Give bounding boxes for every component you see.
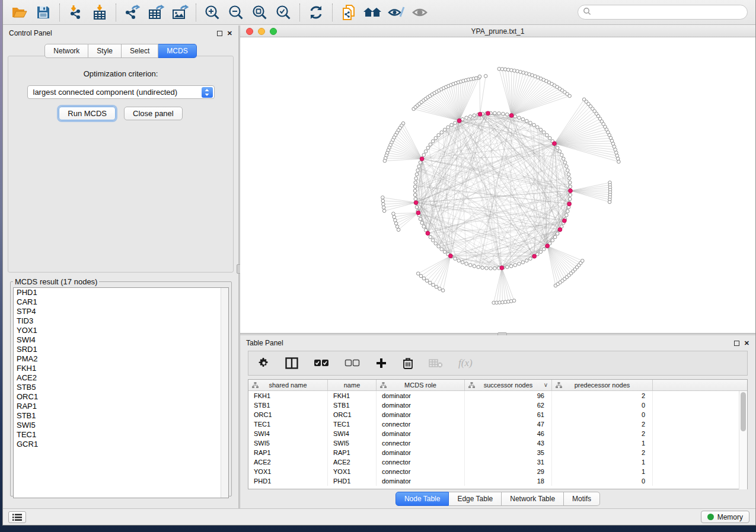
network-node[interactable]: [443, 250, 446, 254]
table-cell[interactable]: SWI4: [328, 429, 377, 438]
network-node[interactable]: [565, 165, 569, 168]
export-image-icon[interactable]: [170, 2, 190, 23]
sort-descending-icon[interactable]: ∨: [544, 382, 548, 388]
column-header-predecessor-nodes[interactable]: predecessor nodes: [552, 380, 653, 390]
network-node[interactable]: [473, 114, 476, 117]
network-leaf-node[interactable]: [382, 206, 385, 209]
network-view-titlebar[interactable]: YPA_prune.txt_1: [240, 25, 755, 37]
network-leaf-node[interactable]: [484, 75, 487, 78]
network-leaf-node[interactable]: [441, 289, 445, 292]
mcds-result-item[interactable]: YOX1: [14, 326, 228, 335]
mcds-result-item[interactable]: TID3: [14, 316, 228, 326]
tab-network-table[interactable]: Network Table: [502, 492, 564, 506]
column-header-successor-nodes[interactable]: successor nodes∨: [465, 380, 552, 390]
mcds-result-item[interactable]: STP4: [14, 307, 228, 316]
run-mcds-button[interactable]: Run MCDS: [59, 107, 116, 120]
network-node[interactable]: [505, 113, 509, 116]
network-node[interactable]: [563, 161, 567, 164]
network-leaf-node[interactable]: [392, 212, 395, 216]
network-node[interactable]: [440, 131, 444, 134]
network-node[interactable]: [556, 146, 559, 150]
network-leaf-node[interactable]: [510, 69, 513, 72]
network-node[interactable]: [419, 217, 422, 221]
table-row[interactable]: SWI5SWI5connector431: [248, 438, 747, 448]
network-leaf-node[interactable]: [393, 215, 396, 219]
table-row[interactable]: STB1STB1dominator620: [248, 400, 747, 410]
network-node[interactable]: [450, 123, 454, 127]
network-node[interactable]: [532, 123, 536, 127]
table-row[interactable]: SWI4SWI4dominator462: [248, 429, 747, 438]
table-cell[interactable]: 35: [465, 448, 552, 457]
network-node[interactable]: [521, 261, 525, 264]
table-cell[interactable]: 1: [552, 457, 653, 467]
network-node[interactable]: [518, 262, 521, 265]
mcds-result-item[interactable]: CAR1: [14, 297, 228, 307]
table-cell[interactable]: dominator: [377, 410, 465, 419]
save-session-icon[interactable]: [33, 2, 53, 23]
deselect-all-columns-icon[interactable]: [344, 358, 360, 368]
network-node[interactable]: [529, 257, 532, 261]
network-node[interactable]: [567, 173, 570, 177]
network-node[interactable]: [422, 153, 426, 157]
tab-motifs[interactable]: Motifs: [564, 492, 600, 506]
network-node[interactable]: [434, 242, 438, 245]
network-leaf-node[interactable]: [381, 196, 385, 200]
open-session-icon[interactable]: [9, 2, 30, 23]
network-hub-node[interactable]: [457, 118, 461, 123]
network-node[interactable]: [535, 126, 539, 129]
network-node[interactable]: [414, 197, 417, 201]
network-node[interactable]: [542, 131, 546, 134]
table-row[interactable]: RAP1RAP1dominator352: [248, 448, 747, 457]
table-cell[interactable]: 43: [465, 438, 552, 448]
table-cell[interactable]: ORC1: [328, 410, 377, 419]
network-node[interactable]: [558, 150, 562, 153]
network-node[interactable]: [437, 245, 441, 248]
table-settings-gear-icon[interactable]: [258, 357, 270, 369]
column-header-MCDS-role[interactable]: MCDS role: [377, 380, 465, 390]
network-node[interactable]: [569, 185, 572, 188]
network-leaf-node[interactable]: [382, 209, 386, 213]
mcds-result-item[interactable]: SWI5: [14, 421, 228, 430]
memory-button[interactable]: Memory: [701, 511, 749, 523]
network-node[interactable]: [539, 250, 543, 254]
network-hub-node[interactable]: [509, 113, 513, 117]
network-node[interactable]: [454, 121, 457, 125]
table-row[interactable]: TEC1TEC1connector472: [248, 419, 747, 429]
network-leaf-node[interactable]: [397, 228, 400, 232]
network-leaf-node[interactable]: [435, 285, 438, 289]
mcds-result-item[interactable]: SWI4: [14, 335, 228, 345]
import-network-icon[interactable]: [66, 2, 86, 23]
network-node[interactable]: [497, 112, 501, 116]
table-cell[interactable]: 1: [552, 467, 653, 476]
network-node[interactable]: [446, 126, 450, 129]
network-hub-node[interactable]: [426, 231, 430, 235]
network-node[interactable]: [560, 153, 563, 157]
tab-edge-table[interactable]: Edge Table: [449, 492, 502, 506]
table-cell[interactable]: YOX1: [328, 467, 377, 476]
table-cell[interactable]: 2: [552, 419, 653, 429]
table-cell[interactable]: 2: [552, 391, 653, 400]
tab-select[interactable]: Select: [122, 44, 158, 58]
table-cell[interactable]: 62: [465, 400, 552, 410]
network-node[interactable]: [518, 116, 521, 120]
network-leaf-node[interactable]: [580, 259, 584, 262]
table-cell[interactable]: ORC1: [248, 410, 328, 419]
network-hub-node[interactable]: [478, 112, 482, 116]
zoom-in-icon[interactable]: [202, 2, 222, 23]
network-node[interactable]: [457, 259, 461, 262]
network-hub-node[interactable]: [416, 211, 420, 215]
network-node[interactable]: [548, 136, 551, 140]
network-node[interactable]: [566, 210, 570, 213]
network-leaf-node[interactable]: [432, 283, 435, 287]
network-node[interactable]: [429, 235, 432, 239]
table-row[interactable]: YOX1YOX1connector291: [248, 467, 747, 476]
delete-columns-trash-icon[interactable]: [403, 357, 413, 370]
export-table-icon[interactable]: [146, 2, 166, 23]
first-neighbors-icon[interactable]: [362, 2, 382, 23]
network-leaf-node[interactable]: [382, 203, 385, 206]
network-node[interactable]: [485, 267, 489, 270]
table-cell[interactable]: STB1: [248, 400, 328, 410]
table-cell[interactable]: FKH1: [328, 391, 377, 400]
network-node[interactable]: [493, 111, 497, 115]
network-node[interactable]: [562, 157, 565, 161]
